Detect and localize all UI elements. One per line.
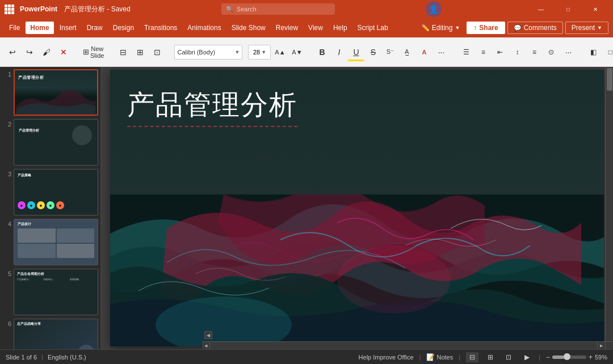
slide-number-6: 6 bbox=[2, 319, 11, 327]
more-text-options[interactable]: ··· bbox=[433, 44, 449, 60]
menu-animations[interactable]: Animations bbox=[183, 22, 225, 34]
menu-review[interactable]: Review bbox=[271, 22, 303, 34]
increase-font-btn[interactable]: A▲ bbox=[272, 44, 288, 60]
thumb3-title: 产品策略 bbox=[18, 173, 31, 178]
slide-thumbnail-3[interactable]: 3 产品策略 ● ● ● ● ● bbox=[2, 169, 98, 215]
italic-button[interactable]: I bbox=[331, 44, 347, 60]
scroll-right-btn[interactable]: ▶ bbox=[597, 342, 605, 350]
menu-view[interactable]: View bbox=[304, 22, 328, 34]
zoom-area: − + 59% bbox=[546, 353, 607, 361]
slide-art-section bbox=[110, 194, 604, 346]
text-shadow-button[interactable]: S⁻ bbox=[382, 44, 398, 60]
bold-button[interactable]: B bbox=[314, 44, 330, 60]
normal-view-btn[interactable]: ⊟ bbox=[115, 44, 131, 60]
search-bar[interactable]: 🔍 Search bbox=[221, 3, 335, 15]
present-button[interactable]: Present ▼ bbox=[565, 22, 608, 34]
redo-button[interactable]: ↪ bbox=[22, 44, 37, 60]
help-improve-text: Help Improve Office bbox=[359, 354, 414, 361]
reading-view-button[interactable]: ⊡ bbox=[502, 352, 515, 362]
undo-group: ↩ ↪ 🖌 ✕ bbox=[5, 44, 72, 60]
zoom-level: 59% bbox=[595, 354, 607, 361]
indent-decrease-btn[interactable]: ⇤ bbox=[492, 44, 508, 60]
new-slide-container[interactable]: ⊞ New Slide bbox=[81, 44, 106, 60]
more-paragraph-options[interactable]: ··· bbox=[560, 44, 576, 60]
strikethrough-button[interactable]: S bbox=[365, 44, 381, 60]
status-bar: Slide 1 of 6 | English (U.S.) Help Impro… bbox=[0, 349, 613, 364]
thumb2-title: 产品管理分析 bbox=[19, 128, 39, 133]
thumb6-title: 总产品战略分享 bbox=[17, 322, 41, 326]
comments-button[interactable]: 💬 Comments bbox=[507, 22, 563, 34]
slide-thumbnail-5[interactable]: 5 产品生命周期分析 产品策略与... 功能特点... 发展战略... bbox=[2, 269, 98, 315]
scroll-left-button[interactable]: ◀ bbox=[204, 331, 212, 339]
slide-panel: 1 产品管理分析 2 产品管理分析 bbox=[0, 67, 101, 349]
present-label: Present bbox=[572, 24, 595, 32]
font-color-button[interactable]: A bbox=[416, 44, 432, 60]
slide-title-area[interactable]: 产品管理分析 bbox=[127, 87, 587, 127]
windows-icon[interactable] bbox=[5, 5, 14, 14]
menu-design[interactable]: Design bbox=[108, 22, 138, 34]
slide-thumbnail-1[interactable]: 1 产品管理分析 bbox=[2, 69, 98, 116]
vertical-scrollbar[interactable] bbox=[605, 67, 613, 341]
menu-slideshow[interactable]: Slide Show bbox=[227, 22, 270, 34]
scroll-left-btn[interactable]: ◀ bbox=[202, 342, 210, 350]
notes-label: Notes bbox=[436, 354, 453, 361]
slide-sorter-btn[interactable]: ⊞ bbox=[132, 44, 148, 60]
highlight-color-button[interactable]: A̲ bbox=[399, 44, 415, 60]
scroll-corner bbox=[605, 341, 613, 349]
comments-label: Comments bbox=[524, 24, 557, 32]
menu-home[interactable]: Home bbox=[26, 22, 53, 34]
bullets-button[interactable]: ☰ bbox=[458, 44, 474, 60]
maximize-button[interactable]: □ bbox=[555, 0, 581, 18]
menu-help[interactable]: Help bbox=[329, 22, 352, 34]
convert-to-smartart-btn[interactable]: ⊙ bbox=[543, 44, 559, 60]
slide-title[interactable]: 产品管理分析 bbox=[127, 87, 297, 127]
slide-thumb-img-4: 产品设计 bbox=[14, 219, 98, 265]
zoom-in-button[interactable]: + bbox=[589, 353, 593, 361]
user-avatar[interactable]: 👤 bbox=[426, 1, 442, 17]
format-painter-button[interactable]: 🖌 bbox=[39, 44, 54, 60]
slide-thumbnail-2[interactable]: 2 产品管理分析 bbox=[2, 119, 98, 166]
underline-button[interactable]: U bbox=[348, 44, 364, 60]
thumb5-title: 产品生命周期分析 bbox=[17, 272, 95, 276]
numbering-button[interactable]: ≡ bbox=[475, 44, 491, 60]
align-text-btn[interactable]: ≡ bbox=[526, 44, 542, 60]
share-button[interactable]: ↑ Share bbox=[467, 22, 505, 34]
slideshow-view-button[interactable]: ▶ bbox=[520, 352, 533, 362]
svg-point-2 bbox=[337, 246, 451, 314]
slide-thumbnail-4[interactable]: 4 产品设计 bbox=[2, 219, 98, 265]
close-button[interactable]: ✕ bbox=[582, 0, 608, 18]
slide-info: Slide 1 of 6 bbox=[6, 354, 37, 361]
font-name-selector[interactable]: Calibri (Body) ▼ bbox=[174, 45, 242, 60]
right-actions: ✏️ Editing ▼ ↑ Share 💬 Comments Present … bbox=[417, 22, 608, 34]
menu-file[interactable]: File bbox=[5, 22, 24, 34]
editing-label: Editing bbox=[432, 24, 453, 32]
menu-insert[interactable]: Insert bbox=[55, 22, 81, 34]
minimize-button[interactable]: — bbox=[528, 0, 554, 18]
slide-thumb-img-5: 产品生命周期分析 产品策略与... 功能特点... 发展战略... bbox=[14, 269, 98, 315]
menu-transitions[interactable]: Transitions bbox=[140, 22, 182, 34]
thumb4-title: 产品设计 bbox=[18, 222, 31, 227]
decrease-font-btn[interactable]: A▼ bbox=[289, 44, 305, 60]
slide-sorter-view-button[interactable]: ⊞ bbox=[484, 352, 497, 362]
zoom-slider[interactable] bbox=[552, 355, 586, 359]
font-size-selector[interactable]: 28 ▼ bbox=[248, 45, 271, 60]
doc-title: 产品管理分析 - Saved bbox=[64, 5, 131, 14]
shape-outline-btn[interactable]: □ bbox=[602, 44, 613, 60]
slide-thumb-img-6: 总产品战略分享 ▲ bbox=[14, 319, 98, 349]
zoom-out-button[interactable]: − bbox=[546, 353, 550, 361]
menu-scriptlab[interactable]: Script Lab bbox=[353, 22, 393, 34]
slide-canvas: 产品管理分析 bbox=[110, 70, 604, 346]
clear-format-button[interactable]: ✕ bbox=[56, 44, 72, 60]
text-direction-btn[interactable]: ↕ bbox=[509, 44, 525, 60]
normal-view-button[interactable]: ⊟ bbox=[466, 352, 478, 362]
reading-view-btn[interactable]: ⊡ bbox=[149, 44, 165, 60]
menu-draw[interactable]: Draw bbox=[82, 22, 107, 34]
slide-number-3: 3 bbox=[2, 169, 11, 177]
slide-thumbnail-6[interactable]: 6 总产品战略分享 ▲ bbox=[2, 319, 98, 349]
menu-bar: File Home Insert Draw Design Transitions… bbox=[0, 18, 613, 37]
language-info: English (U.S.) bbox=[48, 354, 86, 361]
undo-button[interactable]: ↩ bbox=[5, 44, 20, 60]
notes-button[interactable]: 📝 Notes bbox=[426, 353, 453, 361]
shape-fill-btn[interactable]: ◧ bbox=[585, 44, 601, 60]
editing-mode-button[interactable]: ✏️ Editing ▼ bbox=[417, 22, 465, 33]
